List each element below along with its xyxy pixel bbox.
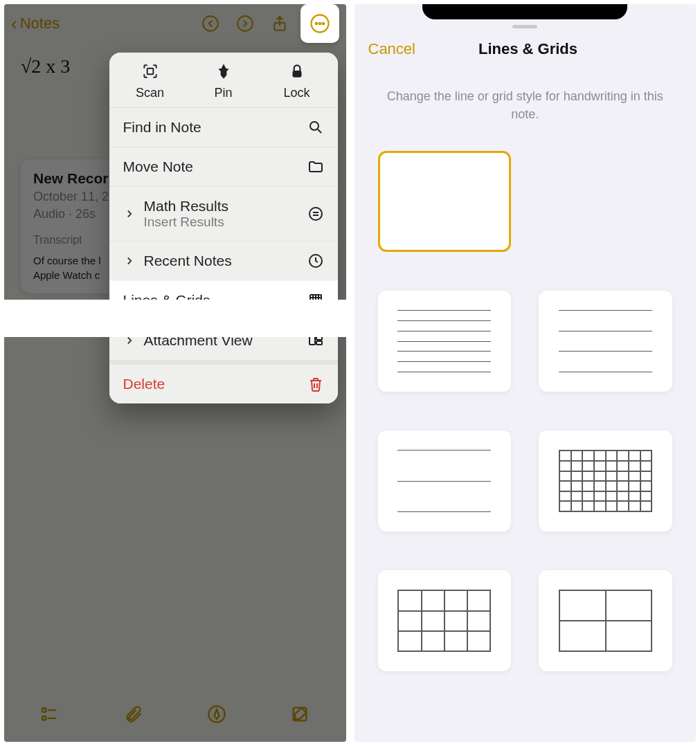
undo-button[interactable] (197, 10, 224, 37)
menu-find-in-note[interactable]: Find in Note (109, 107, 338, 147)
scan-button[interactable]: Scan (114, 62, 187, 100)
redo-icon (236, 15, 254, 33)
sheet-description: Change the line or grid style for handwr… (355, 66, 697, 130)
lock-icon (288, 62, 306, 80)
menu-math-results[interactable]: Math Results Insert Results (109, 186, 338, 241)
svg-rect-11 (147, 69, 153, 75)
sheet-header: Cancel Lines & Grids (355, 33, 697, 66)
lines-grids-sheet: Cancel Lines & Grids Change the line or … (355, 4, 697, 742)
svg-point-1 (237, 16, 253, 31)
undo-icon (201, 15, 219, 33)
share-icon (271, 15, 289, 33)
grid-options (355, 130, 697, 692)
search-icon (307, 119, 324, 136)
checklist-icon (40, 704, 60, 724)
lock-label: Lock (283, 86, 309, 100)
nav-bar: ‹ Notes (4, 4, 346, 43)
attachment-button[interactable] (120, 700, 147, 728)
bottom-toolbar (4, 693, 346, 742)
pin-label: Pin (214, 86, 232, 100)
checklist-button[interactable] (36, 700, 64, 728)
option-lines-medium[interactable] (539, 291, 672, 392)
trash-icon (307, 376, 324, 392)
grid-large-preview (559, 590, 652, 652)
svg-rect-12 (292, 71, 301, 78)
lines-narrow-preview (397, 310, 491, 372)
clock-icon (307, 253, 324, 269)
lock-button[interactable]: Lock (260, 62, 334, 100)
svg-point-0 (203, 16, 218, 31)
compose-icon (290, 704, 309, 724)
highlight-ext (4, 300, 346, 337)
menu-recent-notes[interactable]: Recent Notes (109, 241, 338, 280)
chevron-left-icon: ‹ (11, 13, 17, 35)
svg-point-14 (309, 208, 322, 220)
pen-tip-icon (207, 704, 226, 724)
compose-button[interactable] (286, 700, 314, 728)
option-grid-large[interactable] (539, 570, 672, 671)
equals-circle-icon (307, 206, 324, 222)
context-menu-top: Scan Pin Lock (109, 53, 338, 107)
sheet-title: Lines & Grids (374, 40, 682, 58)
device-notch (422, 4, 627, 19)
option-lines-narrow[interactable] (378, 291, 512, 392)
option-grid-small[interactable] (539, 430, 672, 531)
notes-app-screen: ‹ Notes √2 x 3 New Recor October 11, 2 (4, 4, 346, 742)
handwriting-text: √2 x 3 (21, 55, 70, 77)
grid-medium-preview (397, 590, 491, 652)
blank-preview (400, 172, 490, 231)
svg-point-8 (42, 716, 46, 720)
markup-button[interactable] (203, 700, 231, 728)
lines-wide-preview (397, 450, 491, 512)
svg-rect-17 (309, 336, 315, 345)
svg-point-4 (315, 23, 317, 25)
svg-point-13 (310, 122, 318, 130)
scan-label: Scan (136, 86, 164, 100)
sheet-handle[interactable] (355, 19, 697, 33)
svg-point-7 (42, 708, 46, 712)
menu-delete[interactable]: Delete (109, 364, 338, 403)
redo-button[interactable] (231, 10, 259, 37)
svg-point-6 (322, 23, 324, 25)
svg-rect-19 (316, 341, 322, 345)
share-button[interactable] (266, 10, 294, 37)
context-menu: Scan Pin Lock Find in Note Move Note (109, 53, 338, 403)
option-lines-wide[interactable] (378, 430, 512, 531)
paperclip-icon (124, 704, 143, 724)
scan-icon (141, 62, 159, 80)
menu-move-note[interactable]: Move Note (109, 147, 338, 186)
ellipsis-circle-icon (309, 13, 330, 34)
more-button[interactable] (300, 4, 339, 43)
grid-small-preview (559, 450, 652, 512)
lines-medium-preview (559, 310, 652, 372)
pin-icon (215, 62, 233, 80)
option-blank[interactable] (378, 151, 512, 252)
pin-button[interactable]: Pin (187, 62, 260, 100)
chevron-right-icon (123, 208, 136, 220)
svg-point-5 (318, 23, 321, 25)
back-label: Notes (20, 15, 60, 33)
folder-icon (307, 158, 324, 175)
option-grid-medium[interactable] (378, 570, 512, 671)
back-button[interactable]: ‹ Notes (11, 13, 60, 35)
chevron-right-icon (123, 255, 136, 267)
